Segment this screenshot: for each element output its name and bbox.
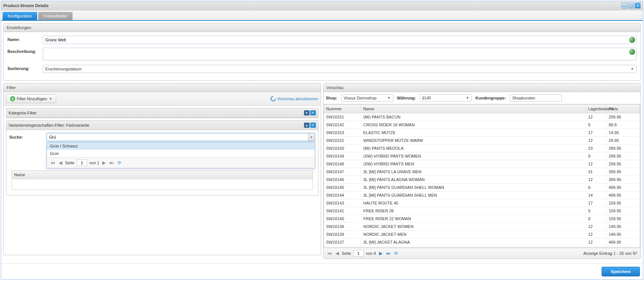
currency-combo[interactable]: EUR ▼ [420,94,472,102]
table-row[interactable]: SW10149(SW) HYBRID PANTS WOMEN0299.95 [324,152,640,160]
next-page-icon[interactable]: ▶ [102,160,106,165]
sort-value: Erscheinungsdatum [45,67,81,71]
name-input[interactable] [43,36,637,44]
settings-panel-title: Einstellungen [4,23,640,32]
table-row[interactable]: SW10140FREE RIDER 22 WOMAN0159.95 [324,215,640,223]
table-row[interactable]: SW101453L [MI] PANTS GUARDIAN SHELL WOMA… [324,184,640,191]
minimize-icon[interactable]: — [621,3,627,9]
page-input[interactable] [353,250,364,257]
collapse-icon[interactable]: ▴ [304,123,310,128]
search-dropdown: Grün / Schwarz Grün ⏮ ◀ Seite von 1 ▶ [47,142,315,168]
cell-price: 29.95 [606,137,640,144]
cell-price: 399.95 [606,176,640,183]
cell-name: 3L [MI] PANTS LA GRAVE MEN [361,168,586,175]
table-row[interactable]: SW10150(MI) PANTS MEDOLA23289.95 [324,145,640,152]
cell-stock: 23 [586,145,606,152]
table-row[interactable]: SW101473L [MI] PANTS LA GRAVE MEN31399.9… [324,168,640,176]
paging-summary: Anzeige Eintrag 1 - 25 von 97 [583,251,637,256]
shop-value: Viosys Demoshop [344,96,377,100]
desc-input[interactable] [43,48,637,60]
table-row[interactable]: SW10138NORDIC JACKET WOMEN12149.95 [324,223,640,231]
first-page-icon[interactable]: ⏮ [50,160,56,165]
window: Product-Stream Details — ▢ ✕ Konfigurati… [1,1,643,280]
col-stock[interactable]: Lagerbestand [586,105,606,113]
cell-name: WINDSTOPPER MÜTZE WARM [361,137,586,144]
col-price[interactable]: Preis [606,105,640,113]
group-value: Shopkunden [512,96,535,100]
save-button[interactable]: Speichern [602,267,640,276]
cell-number: SW10153 [324,129,361,136]
cell-stock: 6 [586,184,606,191]
cell-stock: 0 [586,152,606,160]
next-page-icon[interactable]: ▶ [378,251,383,256]
cell-stock: 12 [586,231,606,238]
sort-combo[interactable]: Erscheinungsdatum ▼ [43,65,637,73]
tab-freitextfelder[interactable]: Freitextfelder [38,12,73,20]
selected-values-grid: Name [12,170,313,190]
cell-number: SW10136 [324,246,361,247]
globe-icon[interactable] [629,37,635,43]
last-page-icon[interactable]: ⏭ [109,160,115,165]
cell-name: (MI) PANTS BACUN [361,113,586,121]
table-row[interactable]: SW10143HAUTE ROUTE 4517159.95 [324,199,640,207]
table-row[interactable]: SW10148(SW) HYBRID PANTS MEN12299.95 [324,160,640,168]
desc-label: Beschreibung: [7,48,43,54]
prev-page-icon[interactable]: ◀ [58,160,63,165]
cell-name: (MI) PANTS MEDOLA [361,145,586,152]
plus-icon: + [10,96,15,101]
window-header: Product-Stream Details — ▢ ✕ [1,1,643,10]
table-row[interactable]: SW10139NORDIC JACKET MEN12149.95 [324,231,640,238]
collapse-icon[interactable]: ▾ [304,110,310,115]
maximize-icon[interactable]: ▢ [628,3,634,9]
refresh-icon [269,95,277,102]
cell-stock: 12 [586,238,606,246]
cell-number: SW10147 [324,168,361,175]
cell-stock: 14 [586,191,606,199]
first-page-icon[interactable]: ⏮ [327,251,333,256]
cell-name: (SW) HYBRID PANTS WOMEN [361,152,586,160]
search-input[interactable] [47,133,308,141]
tab-konfiguration[interactable]: Konfiguration [3,12,37,20]
table-row[interactable]: SW101443L [MI] PANTS GUARDIAN SHELL MEN1… [324,191,640,199]
table-row[interactable]: SW10142CROSS RIDER 18 WOMAN589.9 [324,121,640,129]
refresh-icon[interactable]: ⟳ [117,160,122,165]
close-icon[interactable]: ✕ [310,123,316,128]
filter-panel: Filter + Filter hinzufügen ▼ Vorschau ak… [3,83,321,255]
col-name[interactable]: Name [361,105,586,113]
table-row[interactable]: SW10136MERINO TEC-FLEECE JACKET HERREN23… [324,246,640,247]
page-label: Seite [342,251,351,256]
close-icon[interactable]: ✕ [310,110,316,115]
table-row[interactable]: SW10153ELASTIC MÜTZE1714.95 [324,129,640,137]
dropdown-item[interactable]: Grün [47,150,315,157]
grid-body[interactable]: SW10151(MI) PANTS BACUN12289.95SW10142CR… [324,113,640,247]
cell-price: 499.95 [606,191,640,199]
col-number[interactable]: Nummer [324,105,361,113]
close-icon[interactable]: ✕ [635,3,641,9]
dropdown-item[interactable]: Grün / Schwarz [47,142,315,150]
chevron-down-icon[interactable]: ▼ [308,133,315,141]
table-row[interactable]: SW10151(MI) PANTS BACUN12289.95 [324,113,640,121]
cell-price: 499.95 [606,238,640,246]
cell-price: 14.95 [606,129,640,136]
search-combo[interactable]: ▼ [47,133,315,141]
dd-page-input[interactable] [77,159,87,166]
group-combo[interactable]: Shopkunden [510,94,562,102]
cell-name: NORDIC JACKET WOMEN [361,223,586,230]
shop-combo[interactable]: Viosys Demoshop ▼ [341,94,393,102]
cell-price: 159.95 [606,215,640,222]
table-row[interactable]: SW101463L [MI] PANTS ALAGNA WOMAN12399.9… [324,176,640,184]
table-row[interactable]: SW101373L [MI] JACKET ALAGNA12499.95 [324,238,640,246]
preview-panel: Vorschau Shop: Viosys Demoshop ▼ Währung… [323,83,641,259]
globe-icon[interactable] [629,49,635,55]
add-filter-button[interactable]: + Filter hinzufügen ▼ [6,94,56,103]
refresh-icon[interactable]: ⟳ [394,251,399,256]
refresh-preview-button[interactable]: Vorschau aktualisieren [270,96,318,101]
table-row[interactable]: SW10152WINDSTOPPER MÜTZE WARM1229.95 [324,137,640,145]
table-row[interactable]: SW10141FREE RIDER 265159.95 [324,207,640,215]
cell-number: SW10140 [324,215,361,222]
prev-page-icon[interactable]: ◀ [335,251,340,256]
last-page-icon[interactable]: ⏭ [385,251,391,256]
cell-number: SW10152 [324,137,361,144]
cell-price: 159.95 [606,199,640,207]
refresh-label: Vorschau aktualisieren [277,96,318,101]
